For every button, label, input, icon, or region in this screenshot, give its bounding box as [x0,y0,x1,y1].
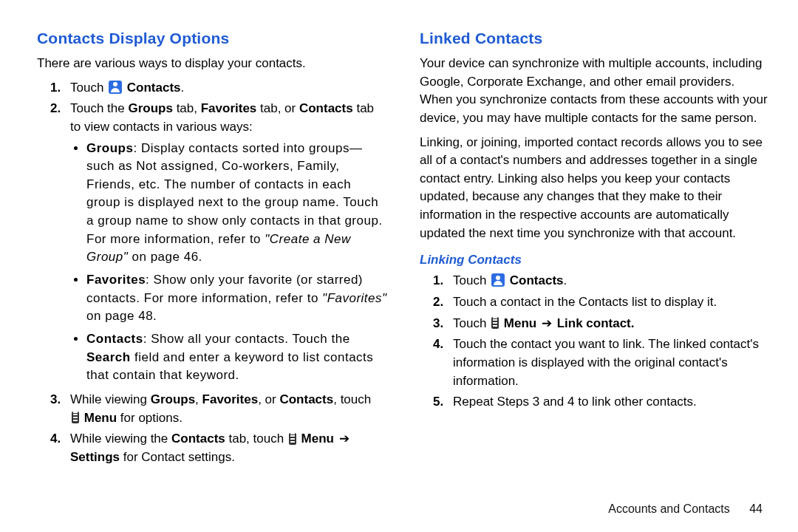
step3-favorites: Favorites [202,392,259,406]
menu-icon [72,412,79,423]
step4-menu: Menu [298,432,338,446]
step1-contacts-label: Contacts [123,81,180,95]
bullet-fav-more-i: "Favorites" [322,291,386,305]
heading-linked-contacts: Linked Contacts [420,30,770,47]
rstep-3: 3. Touch Menu ➔ Link contact. [420,315,770,333]
r3-link-contact: Link contact. [553,316,635,330]
heading-contacts-display-options: Contacts Display Options [37,30,387,47]
step1-text-c: . [181,81,185,95]
rstep-1: 1. Touch Contacts. [420,272,770,290]
bullet-fav-lead: Favorites [86,273,146,287]
step2-favorites: Favorites [201,101,257,115]
step-3: 3. While viewing Groups, Favorites, or C… [37,391,387,427]
bullet-fav-more-b: on page 48. [86,309,157,323]
step3-groups: Groups [151,392,195,406]
step3-contacts: Contacts [279,392,333,406]
r5-text: Repeat Steps 3 and 4 to link other conta… [453,395,697,409]
contacts-icon [109,81,122,94]
bullet-fav-more-a: For more information, refer to [144,291,322,305]
step3-a: While viewing [70,392,151,406]
rstep-2: 2. Touch a contact in the Contacts list … [420,293,770,312]
page-footer: Accounts and Contacts 44 [608,502,763,516]
arrow-icon: ➔ [338,430,351,449]
bullet-groups: Groups: Display contacts sorted into gro… [86,140,387,267]
bullet-cont-lead: Contacts [86,332,143,346]
intro-text: There are various ways to display your c… [37,55,387,73]
step-1: 1. Touch Contacts. [37,79,387,98]
r2-c: to display it. [647,295,717,309]
step3-b: , [195,392,202,406]
footer-section: Accounts and Contacts [608,502,730,515]
step4-contacts: Contacts [171,432,225,446]
step3-menu: Menu [81,411,117,425]
step2-groups: Groups [128,101,172,115]
bullet-groups-lead: Groups [86,141,133,155]
step4-b: tab, touch [225,432,287,446]
step3-d: , touch [333,392,371,406]
subheading-linking-contacts: Linking Contacts [420,253,770,267]
step1-text-a: Touch [70,81,107,95]
r2-a: Touch a contact in the [453,295,579,309]
linked-p1: Your device can synchronize with multipl… [420,55,770,128]
bullet-groups-more-b: on page 46. [128,250,202,264]
r3-menu: Menu [500,316,540,330]
menu-icon [289,433,296,445]
step2-b: tab, [173,101,201,115]
rstep-5: 5. Repeat Steps 3 and 4 to link other co… [420,393,770,412]
bullet-favorites: Favorites: Show only your favorite (or s… [86,271,387,326]
step4-settings: Settings [70,450,120,464]
rstep-4: 4. Touch the contact you want to link. T… [420,335,770,390]
r1-a: Touch [453,273,490,287]
bullet-contacts: Contacts: Show all your contacts. Touch … [86,330,387,385]
r1-contacts: Contacts [506,273,563,287]
r3-a: Touch [453,316,490,330]
contacts-icon [491,273,505,287]
footer-page-number: 44 [749,502,763,515]
menu-icon [491,317,499,329]
r1-c: . [564,273,567,287]
step2-c: tab, or [256,101,299,115]
bullet-cont-l1: : Show all your contacts. Touch the [143,332,350,346]
r4-text: Touch the contact you want to link. The … [453,337,759,387]
step-4: 4. While viewing the Contacts tab, touch… [37,430,387,466]
step2-contacts: Contacts [299,101,353,115]
arrow-icon: ➔ [540,315,553,333]
bullet-cont-search: Search [86,350,131,364]
bullet-groups-more-a: For more information, refer to [86,232,265,246]
step3-c: , or [258,392,279,406]
step4-a: While viewing the [70,432,171,446]
step4-c: for Contact settings. [120,450,235,464]
r2-b: Contacts list [579,295,647,309]
step3-e: for options. [117,411,183,425]
linked-p2: Linking, or joining, imported contact re… [420,134,770,243]
step2-a: Touch the [70,101,128,115]
step-2: 2. Touch the Groups tab, Favorites tab, … [37,100,387,385]
